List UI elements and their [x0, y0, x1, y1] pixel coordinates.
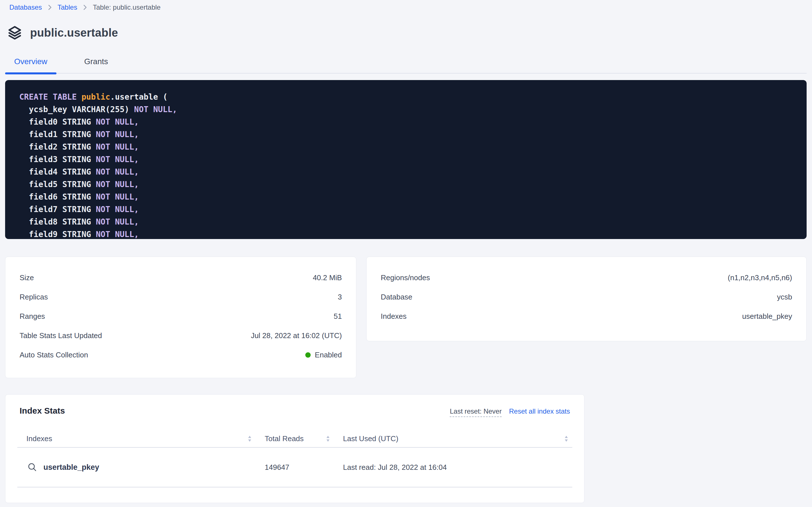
index-name-cell: usertable_pkey	[17, 462, 256, 472]
column-header-total-reads[interactable]: Total Reads	[256, 434, 334, 443]
status-text: Enabled	[315, 351, 342, 359]
stat-value: 3	[338, 293, 342, 301]
page-title-row: public.usertable	[7, 25, 807, 41]
stat-value: ycsb	[777, 293, 792, 301]
breadcrumb: Databases Tables Table: public.usertable	[5, 0, 807, 11]
stat-label: Size	[19, 273, 34, 282]
page: Databases Tables Table: public.usertable…	[0, 0, 812, 503]
stat-value: (n1,n2,n3,n4,n5,n6)	[728, 273, 792, 282]
stat-row-regions: Regions/nodes (n1,n2,n3,n4,n5,n6)	[381, 268, 792, 287]
status-enabled-dot-icon	[305, 352, 311, 358]
page-title: public.usertable	[30, 26, 118, 39]
index-stats-title: Index Stats	[19, 406, 65, 415]
sort-icon[interactable]	[326, 436, 330, 442]
index-stats-row[interactable]: usertable_pkey 149647 Last read: Jul 28,…	[17, 448, 572, 488]
stat-row-replicas: Replicas 3	[19, 287, 342, 306]
stat-row-indexes: Indexes usertable_pkey	[381, 306, 792, 326]
reset-index-stats-link[interactable]: Reset all index stats	[509, 407, 570, 415]
stat-row-size: Size 40.2 MiB	[19, 268, 342, 287]
sort-icon[interactable]	[248, 436, 252, 442]
column-header-last-used[interactable]: Last Used (UTC)	[334, 434, 572, 443]
column-header-indexes[interactable]: Indexes	[17, 434, 256, 443]
tab-bar: Overview Grants	[5, 57, 807, 73]
stat-label: Ranges	[19, 312, 45, 321]
index-stats-actions: Last reset: Never Reset all index stats	[450, 407, 570, 417]
stat-label: Table Stats Last Updated	[19, 331, 102, 340]
last-reset-label: Last reset: Never	[450, 407, 502, 417]
table-details-card: Size 40.2 MiB Replicas 3 Ranges 51 Table…	[5, 257, 356, 378]
stat-value: 40.2 MiB	[313, 273, 342, 282]
breadcrumb-link-databases[interactable]: Databases	[9, 3, 42, 11]
chevron-right-icon	[83, 4, 87, 10]
stat-row-ranges: Ranges 51	[19, 306, 342, 326]
total-reads-cell: 149647	[256, 463, 334, 472]
stat-value: 51	[334, 312, 342, 321]
stat-label: Regions/nodes	[381, 273, 430, 282]
breadcrumb-current: Table: public.usertable	[93, 3, 161, 11]
sort-icon[interactable]	[564, 436, 568, 442]
table-header-row: Indexes Total Reads Last Used (UTC)	[17, 430, 572, 448]
tab-grants[interactable]: Grants	[75, 57, 117, 73]
index-stats-header: Index Stats Last reset: Never Reset all …	[19, 406, 570, 417]
index-stats-table: Indexes Total Reads Last Used (UTC)	[17, 430, 572, 488]
stat-label: Database	[381, 293, 412, 301]
stat-label: Replicas	[19, 293, 48, 301]
stat-value: usertable_pkey	[742, 312, 792, 321]
table-location-card: Regions/nodes (n1,n2,n3,n4,n5,n6) Databa…	[366, 257, 807, 341]
stat-row-database: Database ycsb	[381, 287, 792, 306]
sql-create-statement: CREATE TABLE public.usertable ( ycsb_key…	[5, 80, 807, 239]
stat-value: Jul 28, 2022 at 16:02 (UTC)	[251, 331, 342, 340]
summary-cards: Size 40.2 MiB Replicas 3 Ranges 51 Table…	[5, 257, 807, 378]
breadcrumb-link-tables[interactable]: Tables	[58, 3, 77, 11]
last-used-cell: Last read: Jul 28, 2022 at 16:04	[334, 463, 572, 472]
status-badge: Enabled	[305, 351, 342, 359]
tab-overview[interactable]: Overview	[5, 57, 56, 73]
column-header-label: Last Used (UTC)	[343, 434, 398, 443]
stat-row-stats-updated: Table Stats Last Updated Jul 28, 2022 at…	[19, 326, 342, 345]
column-header-label: Total Reads	[265, 434, 304, 443]
sql-code: CREATE TABLE public.usertable ( ycsb_key…	[19, 91, 795, 239]
stat-row-auto-stats: Auto Stats Collection Enabled	[19, 345, 342, 364]
index-stats-card: Index Stats Last reset: Never Reset all …	[5, 394, 584, 503]
stat-label: Auto Stats Collection	[19, 351, 88, 359]
magnifier-icon	[27, 462, 37, 472]
layers-icon	[7, 25, 22, 40]
index-name: usertable_pkey	[44, 463, 99, 472]
column-header-label: Indexes	[26, 434, 52, 443]
chevron-right-icon	[48, 4, 52, 10]
stat-label: Indexes	[381, 312, 407, 321]
